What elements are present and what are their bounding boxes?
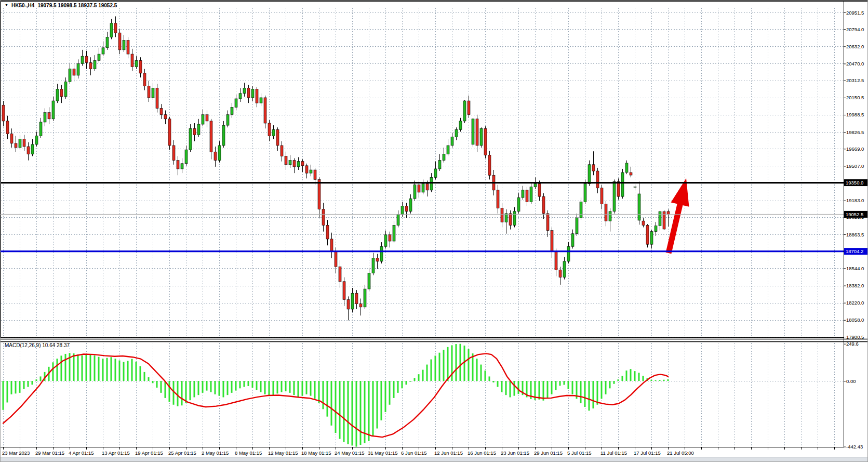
candle-up <box>480 128 483 146</box>
candle-up <box>260 98 262 103</box>
up-arrow-annotation[interactable] <box>666 178 689 254</box>
candle-down <box>359 304 362 307</box>
candle-up <box>430 177 433 190</box>
candle-up <box>52 101 55 119</box>
candle-down <box>2 105 5 121</box>
candle-up <box>409 199 412 212</box>
candle-down <box>617 181 620 196</box>
candle-down <box>281 146 283 156</box>
candle-up <box>152 88 154 98</box>
svg-text:18544.0: 18544.0 <box>846 266 864 271</box>
time-axis-label: 11 Jul 01:15 <box>600 450 627 456</box>
svg-text:19669.0: 19669.0 <box>846 146 864 152</box>
candle-up <box>588 165 591 184</box>
candle-down <box>256 89 258 103</box>
candle-up <box>650 232 653 245</box>
chart-title: ▼ HK50-,H4 19079.5 19098.5 18937.5 19052… <box>5 3 117 8</box>
candle-down <box>418 185 420 192</box>
candle-down <box>305 166 308 173</box>
candle-up <box>31 144 34 154</box>
candle-down <box>168 119 171 146</box>
candle-down <box>172 146 175 161</box>
time-axis-label: 23 Mar 2023 <box>2 450 30 456</box>
candle-up <box>434 169 437 177</box>
chart-title-symbol: HK50-,H4 <box>11 3 34 8</box>
candle-up <box>580 202 582 218</box>
candle-up <box>231 107 233 114</box>
candle-down <box>559 270 562 277</box>
candle-down <box>156 88 158 109</box>
candle-down <box>476 119 478 146</box>
candle-down <box>85 56 88 62</box>
candle-up <box>226 115 229 125</box>
candle-down <box>389 235 391 241</box>
candle-down <box>131 54 133 67</box>
candle-down <box>501 208 503 222</box>
candles-layer <box>2 16 670 320</box>
candle-down <box>27 147 30 154</box>
svg-text:20794.0: 20794.0 <box>846 27 864 32</box>
candle-up <box>609 212 611 221</box>
candle-down <box>405 206 408 212</box>
candle-down <box>148 86 150 97</box>
candle-up <box>634 187 636 187</box>
candle-down <box>164 115 167 119</box>
candle-down <box>73 69 75 75</box>
candle-down <box>355 293 358 303</box>
svg-text:17900.5: 17900.5 <box>846 334 864 340</box>
candle-up <box>19 139 21 148</box>
time-axis-label: 19 Apr 01:15 <box>135 450 163 456</box>
candle-up <box>35 136 38 144</box>
candle-down <box>214 152 217 160</box>
svg-text:249.6: 249.6 <box>846 341 859 347</box>
svg-text:19350.0: 19350.0 <box>846 180 863 186</box>
candle-up <box>534 184 537 187</box>
candle-up <box>455 129 458 137</box>
candle-down <box>127 40 129 54</box>
time-axis-label: 18 May 01:15 <box>301 450 331 456</box>
candle-up <box>513 212 516 226</box>
candle-down <box>143 73 146 86</box>
candle-up <box>189 128 192 150</box>
candle-up <box>289 161 291 165</box>
candle-down <box>139 60 142 73</box>
candle-up <box>297 162 300 167</box>
candle-up <box>123 40 125 49</box>
candle-down <box>339 267 341 282</box>
candle-up <box>106 37 109 47</box>
candle-down <box>538 184 541 197</box>
macd-indicator-label: MACD(12,26,9) 10.64 28.37 <box>5 342 70 348</box>
price-chart-canvas[interactable]: 20951.520794.020632.020470.020312.520150… <box>1 1 868 462</box>
candle-down <box>546 214 549 231</box>
svg-text:19826.5: 19826.5 <box>846 129 864 135</box>
candle-down <box>60 89 63 97</box>
candle-down <box>10 134 13 143</box>
candle-up <box>443 154 445 160</box>
candle-up <box>44 113 46 122</box>
time-axis-label: 12 Jun 01:15 <box>434 450 463 456</box>
candle-up <box>202 115 204 124</box>
candle-up <box>98 54 100 60</box>
candle-up <box>368 273 370 289</box>
svg-text:19183.0: 19183.0 <box>846 197 864 203</box>
candle-up <box>517 197 520 212</box>
candle-up <box>222 125 225 146</box>
candle-down <box>335 252 337 267</box>
candle-down <box>247 88 250 98</box>
overlays-layer: 19350.018704.219052.5 <box>1 178 868 255</box>
candle-up <box>94 60 96 69</box>
candle-up <box>613 181 616 211</box>
candle-up <box>413 185 416 199</box>
candle-up <box>522 190 524 197</box>
time-axis-label: 13 Apr 01:15 <box>102 450 130 456</box>
candle-down <box>268 123 271 136</box>
candle-up <box>447 146 449 154</box>
candle-up <box>393 225 395 241</box>
svg-text:0.00: 0.00 <box>846 378 856 384</box>
candle-up <box>505 214 508 222</box>
candle-down <box>646 225 649 244</box>
candle-down <box>15 143 17 148</box>
candle-up <box>621 173 624 196</box>
chart-dropdown-icon[interactable]: ▼ <box>5 3 8 7</box>
candle-down <box>497 190 499 208</box>
